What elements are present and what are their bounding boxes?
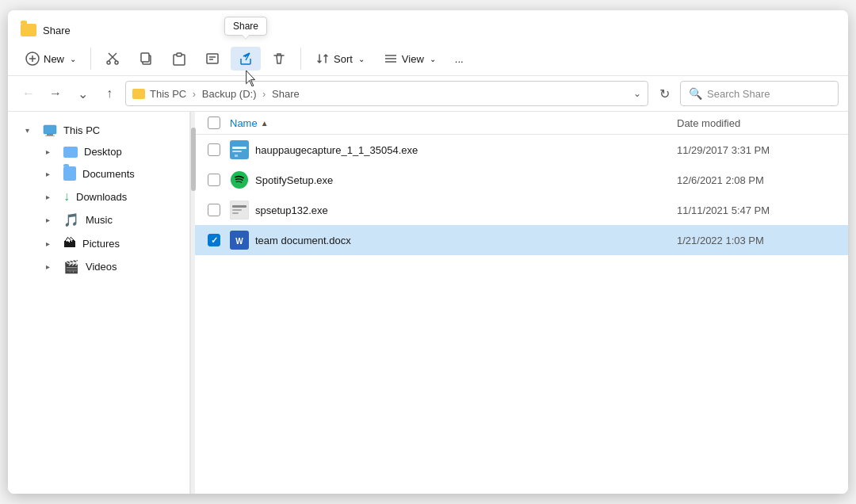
history-button[interactable]: ⌄	[71, 82, 94, 105]
select-all-checkbox[interactable]	[208, 116, 220, 129]
main-content: ▾ This PC ▸ Desktop ▸	[8, 112, 848, 494]
sidebar-item-videos[interactable]: ▸ 🎬 Videos	[13, 255, 185, 278]
file-checkbox-1[interactable]	[208, 143, 220, 156]
this-pc-chevron: ▾	[25, 126, 36, 135]
downloads-chevron: ▸	[46, 193, 57, 201]
svg-rect-27	[232, 209, 242, 211]
svg-rect-10	[177, 53, 182, 56]
cut-button[interactable]	[97, 47, 128, 71]
table-row[interactable]: SpotifySetup.exe 12/6/2021 2:08 PM	[195, 165, 848, 195]
table-row[interactable]: spsetup132.exe 11/11/2021 5:47 PM	[195, 195, 848, 225]
sidebar-item-this-pc[interactable]: ▾ This PC	[13, 119, 185, 141]
file-name-4: team document.docx	[255, 235, 677, 246]
sidebar-scroll-thumb[interactable]	[191, 128, 196, 191]
new-chevron: ⌄	[70, 55, 76, 63]
sort-chevron: ⌄	[358, 55, 365, 63]
table-row[interactable]: hauppaugecapture_1_1_35054.exe 11/29/201…	[195, 135, 848, 165]
videos-label: Videos	[86, 261, 117, 273]
share-icon	[239, 52, 253, 66]
documents-label: Documents	[82, 168, 135, 180]
svg-rect-26	[232, 205, 246, 208]
rename-button[interactable]	[197, 47, 227, 71]
documents-icon	[63, 166, 76, 181]
sort-arrow-up: ▲	[261, 119, 269, 128]
music-icon: 🎵	[63, 212, 79, 227]
paste-icon	[172, 52, 186, 66]
view-chevron: ⌄	[430, 55, 436, 63]
downloads-label: Downloads	[76, 191, 127, 203]
svg-rect-21	[232, 147, 246, 149]
pictures-chevron: ▸	[46, 239, 57, 248]
sidebar-item-desktop[interactable]: ▸ Desktop	[13, 142, 185, 162]
copy-button[interactable]	[131, 47, 161, 71]
address-dropdown-icon: ⌄	[633, 88, 641, 99]
forward-button[interactable]: →	[44, 82, 67, 105]
view-button[interactable]: View ⌄	[376, 47, 444, 71]
file-name-1: hauppaugecapture_1_1_35054.exe	[255, 144, 677, 156]
address-folder-icon	[132, 89, 145, 99]
svg-rect-18	[47, 134, 53, 136]
file-explorer-window: Share New ⌄	[8, 10, 848, 494]
desktop-chevron: ▸	[46, 147, 57, 156]
svg-rect-19	[45, 136, 55, 136]
sidebar: ▾ This PC ▸ Desktop ▸	[8, 112, 190, 494]
sidebar-item-pictures[interactable]: ▸ 🏔 Pictures	[13, 232, 185, 254]
svg-rect-17	[44, 125, 56, 134]
search-box[interactable]: 🔍 Search Share	[680, 81, 839, 106]
refresh-button[interactable]: ↻	[653, 82, 675, 105]
file-checkbox-2[interactable]	[208, 174, 220, 186]
sidebar-item-downloads[interactable]: ▸ ↓ Downloads	[13, 185, 185, 208]
svg-text:W: W	[235, 237, 243, 246]
back-button[interactable]: ←	[17, 82, 40, 105]
paste-button[interactable]	[164, 47, 194, 71]
up-button[interactable]: ↑	[98, 82, 120, 105]
toolbar-separator-2	[300, 48, 301, 70]
file-icon-1	[230, 140, 249, 159]
address-bar[interactable]: This PC › Backup (D:) › Share ⌄	[125, 81, 648, 106]
col-date-header[interactable]: Date modified	[677, 117, 835, 129]
delete-button[interactable]	[264, 47, 294, 71]
search-placeholder: Search Share	[707, 88, 770, 100]
file-checkbox-3[interactable]	[208, 204, 220, 216]
svg-rect-20	[230, 140, 249, 159]
share-button[interactable]	[231, 47, 261, 71]
copy-icon	[139, 52, 153, 66]
svg-point-6	[115, 61, 118, 64]
new-label: New	[44, 53, 64, 65]
svg-point-5	[107, 61, 110, 64]
col-name-header[interactable]: Name ▲	[230, 117, 677, 129]
svg-rect-23	[235, 155, 238, 157]
svg-rect-22	[232, 151, 242, 152]
more-label: ...	[455, 53, 464, 65]
documents-chevron: ▸	[46, 170, 57, 178]
sidebar-item-music[interactable]: ▸ 🎵 Music	[13, 208, 185, 231]
sidebar-scrollbar[interactable]	[190, 112, 195, 494]
desktop-icon	[63, 147, 78, 158]
file-checkbox-4[interactable]	[208, 234, 220, 246]
search-icon: 🔍	[689, 87, 702, 100]
toolbar-separator-1	[90, 48, 91, 70]
view-icon	[384, 52, 398, 66]
file-date-1: 11/29/2017 3:31 PM	[677, 144, 835, 156]
sidebar-item-documents[interactable]: ▸ Documents	[13, 162, 185, 185]
this-pc-icon	[43, 123, 57, 137]
rename-icon	[205, 52, 220, 66]
title-bar: Share	[8, 10, 848, 42]
new-button[interactable]: New ⌄	[17, 47, 84, 71]
file-icon-2	[230, 170, 249, 189]
desktop-label: Desktop	[84, 146, 122, 158]
new-icon	[25, 52, 40, 66]
pictures-label: Pictures	[82, 238, 120, 250]
videos-chevron: ▸	[46, 262, 57, 271]
file-pane: Name ▲ Date modified	[195, 112, 848, 494]
more-button[interactable]: ...	[447, 48, 472, 70]
view-label: View	[402, 53, 424, 65]
sort-icon	[315, 52, 330, 66]
file-date-3: 11/11/2021 5:47 PM	[677, 204, 835, 216]
table-row[interactable]: W team document.docx 1/21/2022 1:03 PM	[195, 225, 848, 255]
file-list: hauppaugecapture_1_1_35054.exe 11/29/201…	[195, 135, 848, 494]
delete-icon	[272, 52, 286, 66]
title-folder-icon	[21, 24, 36, 36]
sort-button[interactable]: Sort ⌄	[308, 47, 373, 71]
cut-icon	[105, 52, 120, 66]
